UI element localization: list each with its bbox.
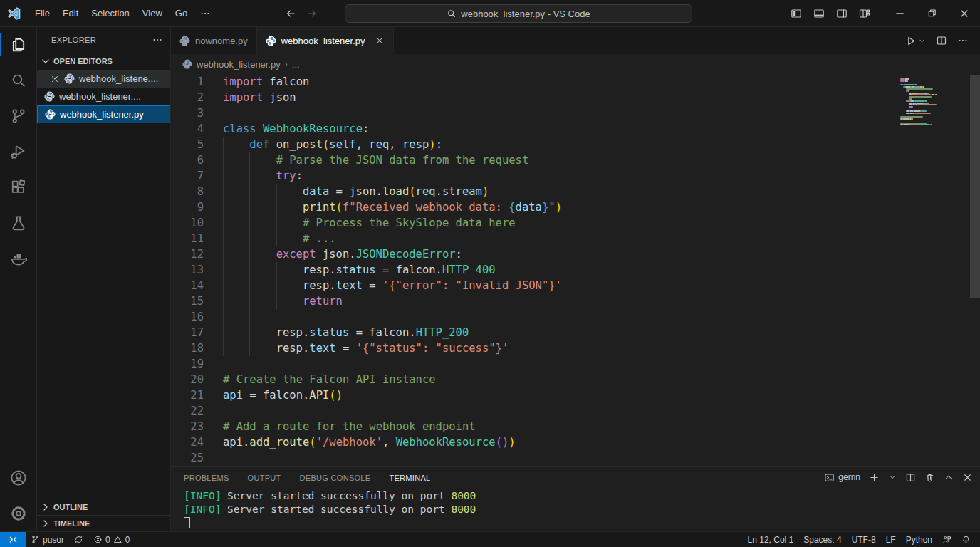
activity-extensions-icon[interactable] (0, 170, 36, 205)
code-line[interactable]: 7try: (171, 168, 980, 184)
code-line[interactable]: 24api.add_route('/webhook', WebhookResou… (171, 434, 980, 450)
line-number: 4 (171, 121, 204, 137)
toggle-primary-sidebar-icon[interactable] (787, 4, 806, 23)
code-line[interactable]: 3 (171, 105, 980, 121)
line-content: import falcon (204, 74, 309, 90)
code-line[interactable]: 2import json (171, 90, 980, 105)
activity-search-icon[interactable] (0, 63, 36, 98)
panel-tab-output[interactable]: OUTPUT (248, 469, 281, 486)
code-editor[interactable]: 1import falcon2import json34class Webhoo… (171, 74, 980, 466)
open-editor-item[interactable]: webhook_listene.... (37, 70, 170, 88)
code-line[interactable]: 16 (171, 309, 980, 325)
code-line[interactable]: 10# Process the SkySlope data here (171, 215, 980, 231)
line-number: 11 (171, 231, 204, 246)
open-editor-item[interactable]: webhook_listener.... (37, 88, 170, 105)
command-center-search[interactable]: webhook_listener.py - VS Code (345, 4, 692, 23)
line-number: 21 (171, 387, 204, 403)
code-line[interactable]: 14resp.text = '{"error": "Invalid JSON"}… (171, 278, 980, 293)
tab-nownome-py[interactable]: nownome.py (171, 27, 257, 54)
code-line[interactable]: 21api = falcon.API() (171, 387, 980, 403)
code-line[interactable]: 19 (171, 356, 980, 372)
code-line[interactable]: 5def on_post(self, req, resp): (171, 137, 980, 152)
code-line[interactable]: 15return (171, 293, 980, 309)
code-line[interactable]: 17resp.status = falcon.HTTP_200 (171, 325, 980, 340)
navigate-forward-icon[interactable] (306, 8, 318, 19)
breadcrumb-file[interactable]: webhook_listener.py (197, 59, 281, 70)
maximize-panel-icon[interactable] (944, 472, 954, 482)
open-editor-item-selected[interactable]: webhook_listener.py (37, 105, 170, 123)
activity-docker-icon[interactable] (0, 241, 36, 276)
code-line[interactable]: 11# ... (171, 231, 980, 246)
close-panel-icon[interactable] (962, 472, 973, 483)
tab-close-icon[interactable] (375, 36, 385, 46)
menu-overflow-icon[interactable] (194, 5, 217, 22)
breadcrumb-more[interactable]: ... (292, 59, 300, 70)
problems-item[interactable]: 0 0 (88, 532, 135, 547)
window-minimize-button[interactable] (884, 0, 916, 27)
remote-indicator[interactable] (0, 532, 26, 547)
split-terminal-icon[interactable] (905, 472, 916, 483)
breadcrumb[interactable]: webhook_listener.py › ... (171, 54, 980, 74)
code-line[interactable]: 4class WebhookResource: (171, 121, 980, 137)
activity-testing-icon[interactable] (0, 205, 36, 241)
code-line[interactable]: 20# Create the Falcon API instance (171, 372, 980, 387)
chevron-right-icon (40, 518, 51, 529)
timeline-section-header[interactable]: TIMELINE (37, 515, 170, 531)
feedback-icon[interactable] (937, 532, 956, 547)
editor-more-actions-icon[interactable] (957, 35, 969, 46)
line-content (204, 356, 223, 372)
notifications-bell-icon[interactable] (956, 532, 976, 547)
eol-item[interactable]: LF (881, 532, 901, 547)
tab-webhook-listener-py[interactable]: webhook_listener.py (257, 27, 394, 54)
kill-terminal-icon[interactable] (924, 472, 935, 483)
window-close-button[interactable] (948, 0, 980, 27)
new-terminal-icon[interactable] (869, 472, 880, 483)
language-mode-item[interactable]: Python (901, 532, 937, 547)
window-restore-button[interactable] (916, 0, 948, 27)
encoding-item[interactable]: UTF-8 (847, 532, 881, 547)
code-line[interactable]: 25 (171, 450, 980, 466)
panel-tab-terminal[interactable]: TERMINAL (389, 469, 430, 486)
terminal-output[interactable]: [INFO] Server started successfully on po… (171, 488, 980, 530)
activity-run-debug-icon[interactable] (0, 134, 36, 170)
code-line[interactable]: 6# Parse the JSON data from the request (171, 152, 980, 168)
outline-section-header[interactable]: OUTLINE (37, 499, 170, 515)
settings-gear-icon[interactable] (0, 496, 36, 531)
menu-view[interactable]: View (136, 5, 169, 21)
panel-tab-problems[interactable]: PROBLEMS (184, 469, 229, 486)
code-line[interactable]: 18resp.text = '{"status": "success"}' (171, 340, 980, 356)
code-line[interactable]: 9print(f"Received webhook data: {data}") (171, 199, 980, 215)
menu-go[interactable]: Go (169, 5, 194, 21)
toggle-panel-icon[interactable] (810, 4, 828, 23)
customize-layout-icon[interactable] (855, 4, 874, 23)
menu-file[interactable]: File (28, 5, 56, 21)
code-line[interactable]: 22 (171, 403, 980, 419)
terminal-shell-selector[interactable]: gerrin (824, 472, 860, 483)
indent-guide (276, 215, 303, 231)
git-branch-item[interactable]: pusor (26, 532, 69, 547)
panel-tab-debug-console[interactable]: DEBUG CONSOLE (300, 469, 371, 486)
open-editors-section-header[interactable]: OPEN EDITORS (37, 53, 170, 70)
sidebar-more-actions-icon[interactable] (152, 34, 163, 46)
sync-changes-item[interactable] (69, 532, 88, 547)
indentation-item[interactable]: Spaces: 4 (798, 532, 846, 547)
minimap[interactable] (900, 78, 960, 135)
toggle-secondary-sidebar-icon[interactable] (833, 4, 851, 23)
cursor-position-item[interactable]: Ln 12, Col 1 (743, 532, 799, 547)
terminal-dropdown-icon[interactable] (888, 473, 897, 481)
navigate-back-icon[interactable] (285, 8, 296, 19)
code-line[interactable]: 12except json.JSONDecodeError: (171, 246, 980, 262)
activity-source-control-icon[interactable] (0, 98, 36, 134)
editor-scrollbar[interactable] (970, 75, 980, 298)
code-line[interactable]: 1import falcon (171, 74, 980, 90)
menu-edit[interactable]: Edit (56, 5, 85, 21)
close-editor-icon[interactable] (50, 74, 60, 84)
run-python-file-button[interactable] (905, 35, 926, 47)
split-editor-icon[interactable] (936, 35, 947, 46)
activity-explorer-icon[interactable] (0, 27, 36, 63)
code-line[interactable]: 23# Add a route for the webhook endpoint (171, 419, 980, 434)
accounts-icon[interactable] (0, 460, 36, 496)
menu-selection[interactable]: Selection (85, 5, 135, 21)
code-line[interactable]: 13resp.status = falcon.HTTP_400 (171, 262, 980, 278)
code-line[interactable]: 8data = json.load(req.stream) (171, 184, 980, 199)
